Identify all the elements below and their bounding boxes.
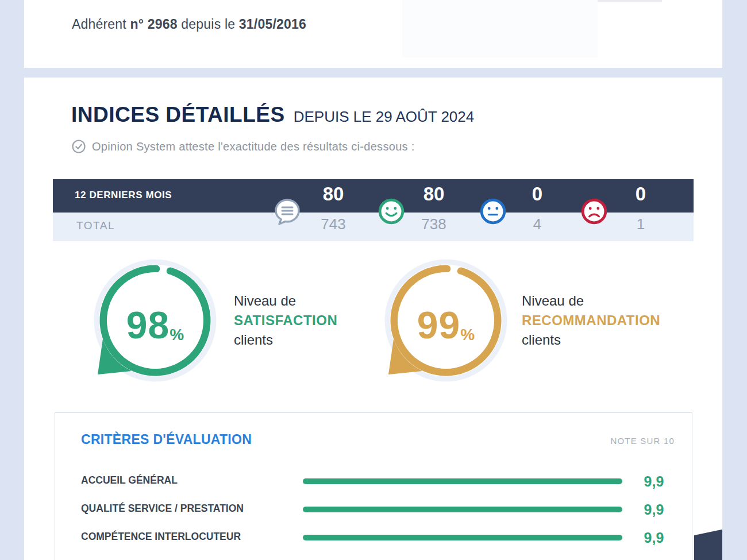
- criterion-bar: [303, 535, 626, 540]
- membership-card: Adhérent n° 2968 depuis le 31/05/2016: [24, 0, 722, 68]
- member-mid: depuis le: [181, 17, 235, 32]
- criterion-label: COMPÉTENCE INTERLOCUTEUR: [81, 531, 241, 543]
- total-row-label: TOTAL: [76, 219, 115, 232]
- positive-period-value: 80: [394, 183, 474, 205]
- criterion-bar: [303, 478, 626, 484]
- member-prefix: Adhérent: [72, 17, 126, 32]
- recommendation-label-line1: Niveau de: [522, 291, 660, 311]
- criteria-heading: CRITÈRES D'ÉVALUATION: [81, 432, 252, 447]
- member-date: 31/05/2016: [239, 17, 306, 32]
- score-table: 12 DERNIERS MOIS TOTAL 80 743 80 738 0 4…: [53, 179, 694, 241]
- criteria-scale-note: NOTE SUR 10: [610, 436, 675, 446]
- recommendation-gauge: 99%: [383, 257, 509, 384]
- criterion-score: 9,9: [622, 530, 686, 546]
- navy-corner-decoration: [694, 527, 722, 560]
- member-number: n° 2968: [130, 17, 178, 32]
- recommendation-value: 99%: [383, 262, 509, 388]
- attestation-line: Opinion System atteste l'exactitude des …: [71, 139, 415, 154]
- indices-card: INDICES DÉTAILLÉS DEPUIS LE 29 AOÛT 2024…: [24, 78, 722, 560]
- reviews-total-value: 743: [293, 215, 374, 233]
- criterion-score: 9,9: [622, 501, 686, 518]
- positive-total-value: 738: [394, 215, 474, 233]
- page-subtitle: DEPUIS LE 29 AOÛT 2024: [294, 108, 475, 126]
- faded-placeholder: [402, 0, 598, 57]
- criterion-label: ACCUEIL GÉNÉRAL: [81, 474, 178, 486]
- satisfaction-label-line3: clients: [234, 330, 337, 350]
- chat-bubble-icon: [272, 196, 302, 229]
- percent-sign: %: [170, 326, 184, 344]
- percent-sign: %: [460, 326, 475, 344]
- criterion-score: 9,9: [622, 558, 686, 560]
- neutral-period-value: 0: [497, 183, 577, 205]
- cropped-element-edge: [598, 0, 662, 2]
- page-title: INDICES DÉTAILLÉS: [71, 103, 285, 127]
- negative-period-value: 0: [600, 183, 681, 205]
- recommendation-label-line2: RECOMMANDATION: [522, 311, 660, 330]
- satisfaction-label-line2: SATISFACTION: [234, 311, 337, 330]
- neutral-face-icon: [480, 198, 506, 227]
- happy-face-icon: [378, 198, 405, 227]
- criterion-label: QUALITÉ SERVICE / PRESTATION: [81, 503, 244, 515]
- criteria-panel: CRITÈRES D'ÉVALUATION NOTE SUR 10 ACCUEI…: [55, 412, 692, 560]
- criterion-bar: [303, 507, 626, 512]
- negative-total-value: 1: [600, 215, 681, 233]
- recommendation-label: Niveau de RECOMMANDATION clients: [522, 291, 660, 350]
- satisfaction-gauge: 98%: [92, 257, 218, 384]
- membership-line: Adhérent n° 2968 depuis le 31/05/2016: [72, 17, 306, 32]
- satisfaction-value: 98%: [92, 262, 218, 388]
- recommendation-number: 99: [417, 303, 460, 347]
- satisfaction-label-line1: Niveau de: [234, 291, 337, 311]
- attestation-text: Opinion System atteste l'exactitude des …: [92, 140, 415, 153]
- satisfaction-number: 98: [126, 303, 170, 347]
- satisfaction-label: Niveau de SATISFACTION clients: [234, 291, 337, 350]
- criterion-score: 9,9: [622, 473, 686, 490]
- reviews-period-value: 80: [293, 183, 374, 205]
- section-header: INDICES DÉTAILLÉS DEPUIS LE 29 AOÛT 2024: [71, 103, 474, 127]
- neutral-total-value: 4: [497, 215, 577, 233]
- period-row-label: 12 DERNIERS MOIS: [75, 190, 172, 201]
- check-circle-icon: [71, 139, 86, 154]
- recommendation-label-line3: clients: [522, 330, 660, 350]
- sad-face-icon: [581, 198, 607, 227]
